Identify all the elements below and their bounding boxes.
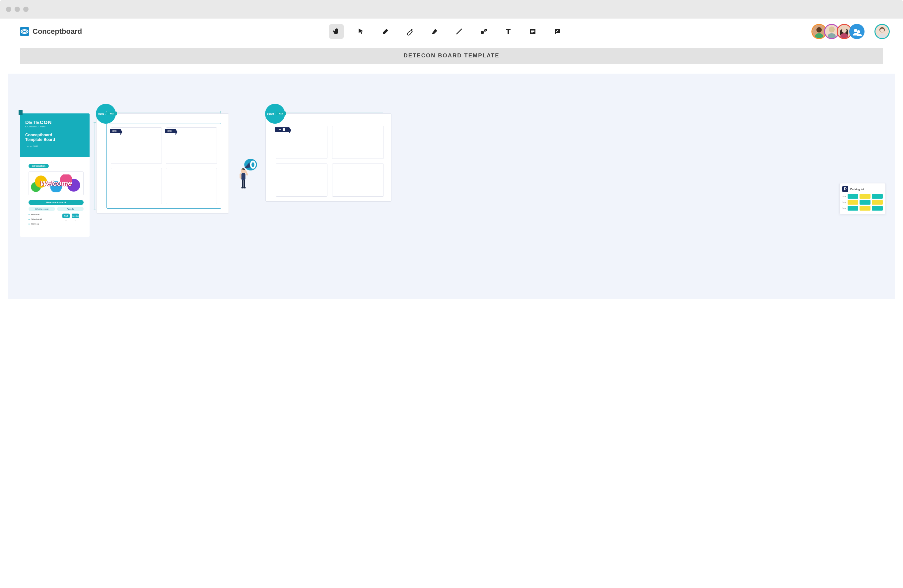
note-tool[interactable]: [525, 24, 540, 39]
welcome-text: Welcome: [40, 179, 72, 188]
brush-tool[interactable]: [427, 24, 442, 39]
svg-point-0: [21, 30, 28, 33]
frame-b4[interactable]: [332, 164, 384, 197]
avatar-current-user[interactable]: [875, 24, 890, 39]
intro-chip: Introduction: [28, 164, 49, 168]
sticky[interactable]: [848, 206, 859, 211]
svg-point-1: [22, 30, 27, 33]
board-title: DETECON BOARD TEMPLATE: [403, 52, 499, 59]
sticky[interactable]: [848, 194, 859, 199]
section-a[interactable]: 0000 - 00:00 xxx XXX XXX: [96, 113, 229, 214]
top-bar: Conceptboard: [0, 19, 903, 44]
window-dot: [14, 6, 20, 12]
browser-chrome: [0, 0, 903, 19]
cover-brand-sub: CONSULTING: [25, 125, 84, 128]
cover-date: xx.xx.2023: [25, 145, 84, 148]
svg-point-10: [842, 28, 846, 33]
svg-point-4: [816, 27, 822, 33]
frame-b1[interactable]: XXX: [276, 126, 327, 159]
svg-rect-25: [242, 180, 243, 187]
svg-point-20: [252, 162, 255, 167]
megaphone-illustration: [236, 157, 259, 193]
section-b-label: xxx: [276, 112, 286, 115]
pen-tool[interactable]: [403, 24, 417, 39]
brand-logo-icon: [20, 27, 29, 36]
cover-title: Conceptboard Template Board: [25, 133, 84, 142]
svg-point-2: [481, 31, 484, 34]
sticky[interactable]: [859, 206, 870, 211]
sticky[interactable]: [848, 200, 859, 204]
svg-rect-23: [239, 173, 241, 179]
frame-b2[interactable]: [332, 126, 384, 159]
comment-tool[interactable]: [550, 24, 565, 39]
line-tool[interactable]: [452, 24, 466, 39]
sticky[interactable]: [859, 200, 870, 204]
frame-a3[interactable]: [111, 168, 162, 204]
shape-tool[interactable]: [477, 24, 491, 39]
frame-b3[interactable]: [276, 164, 327, 197]
hand-tool[interactable]: [329, 24, 344, 39]
section-b[interactable]: 00:00 - 00:00 xxx XXX: [265, 113, 392, 202]
svg-point-28: [243, 187, 246, 189]
sticky[interactable]: [872, 200, 883, 204]
svg-point-13: [857, 30, 860, 33]
svg-rect-26: [244, 180, 245, 187]
section-a-label: xxx: [107, 112, 117, 115]
welcome-aboard-header: Welcome Aboard!: [28, 200, 83, 205]
cover-card[interactable]: DETECON CONSULTING Conceptboard Template…: [20, 113, 90, 237]
svg-point-16: [880, 28, 884, 33]
app-brand[interactable]: Conceptboard: [20, 27, 82, 36]
frame-a4[interactable]: [166, 168, 217, 204]
eraser-tool[interactable]: [378, 24, 393, 39]
col-agenda-label: Agenda: [57, 207, 83, 211]
text-tool[interactable]: [501, 24, 516, 39]
welcome-image: Welcome: [28, 171, 83, 195]
ruler-h: [107, 112, 220, 112]
ruler-v: [94, 123, 95, 210]
ruler-h: [276, 112, 383, 112]
board-canvas[interactable]: DETECON CONSULTING Conceptboard Template…: [8, 74, 895, 299]
parking-icon: P: [842, 186, 848, 192]
collaborators: [812, 24, 890, 39]
pointer-tool[interactable]: [354, 24, 368, 39]
window-dot: [23, 6, 28, 12]
toolbar: [329, 24, 565, 39]
frame-a1[interactable]: XXX: [111, 127, 162, 164]
svg-rect-22: [242, 173, 245, 181]
brand-name: Conceptboard: [33, 27, 82, 36]
parking-lot-card[interactable]: P Parking lot: Topic Topic Topic: [839, 183, 886, 214]
selection-outline[interactable]: XXX XXX: [107, 123, 221, 209]
svg-point-7: [829, 27, 835, 33]
sticky[interactable]: [859, 194, 870, 199]
window-dot: [6, 6, 11, 12]
share-button[interactable]: [849, 24, 865, 39]
parking-title: Parking lot:: [850, 188, 865, 191]
sticky[interactable]: [872, 206, 883, 211]
col-expect-label: What to expect: [28, 207, 55, 211]
svg-point-12: [854, 29, 857, 32]
board-title-strip: DETECON BOARD TEMPLATE: [20, 48, 883, 64]
cover-brand: DETECON: [25, 119, 84, 125]
sticky[interactable]: [872, 194, 883, 199]
frame-a2[interactable]: XXX: [166, 127, 217, 164]
